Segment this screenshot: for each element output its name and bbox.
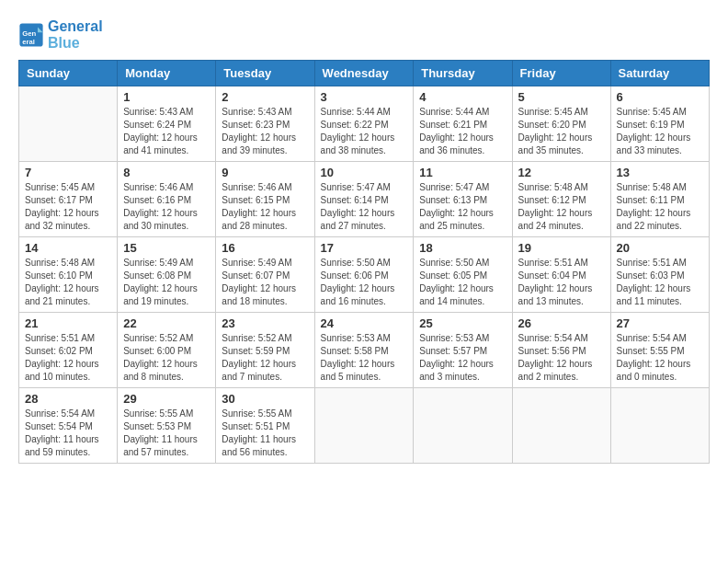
day-info: Sunrise: 5:48 AM Sunset: 6:11 PM Dayligh… (617, 181, 703, 233)
day-number: 26 (518, 316, 605, 330)
calendar-week-row: 7 Sunrise: 5:45 AM Sunset: 6:17 PM Dayli… (19, 162, 710, 237)
day-info: Sunrise: 5:53 AM Sunset: 5:58 PM Dayligh… (321, 332, 408, 384)
day-info: Sunrise: 5:44 AM Sunset: 6:21 PM Dayligh… (419, 106, 506, 157)
calendar-cell: 22 Sunrise: 5:52 AM Sunset: 6:00 PM Dayl… (118, 313, 216, 388)
day-info: Sunrise: 5:46 AM Sunset: 6:16 PM Dayligh… (123, 181, 210, 233)
day-number: 17 (321, 241, 408, 255)
day-number: 13 (617, 166, 703, 179)
calendar-cell: 18 Sunrise: 5:50 AM Sunset: 6:05 PM Dayl… (414, 237, 512, 313)
day-info: Sunrise: 5:45 AM Sunset: 6:19 PM Dayligh… (617, 106, 703, 157)
calendar-week-row: 28 Sunrise: 5:54 AM Sunset: 5:54 PM Dayl… (19, 388, 710, 464)
day-info: Sunrise: 5:43 AM Sunset: 6:24 PM Dayligh… (123, 106, 210, 157)
weekday-header-monday: Monday (118, 61, 216, 86)
day-info: Sunrise: 5:53 AM Sunset: 5:57 PM Dayligh… (419, 332, 506, 384)
day-info: Sunrise: 5:51 AM Sunset: 6:04 PM Dayligh… (518, 257, 605, 308)
day-number: 15 (123, 241, 210, 255)
day-info: Sunrise: 5:52 AM Sunset: 5:59 PM Dayligh… (222, 332, 308, 384)
calendar-cell: 21 Sunrise: 5:51 AM Sunset: 6:02 PM Dayl… (19, 313, 118, 388)
day-number: 9 (222, 166, 308, 179)
weekday-header-thursday: Thursday (414, 61, 512, 86)
calendar-cell: 5 Sunrise: 5:45 AM Sunset: 6:20 PM Dayli… (512, 86, 610, 162)
calendar-cell: 25 Sunrise: 5:53 AM Sunset: 5:57 PM Dayl… (414, 313, 512, 388)
calendar-cell: 30 Sunrise: 5:55 AM Sunset: 5:51 PM Dayl… (216, 388, 314, 464)
day-info: Sunrise: 5:44 AM Sunset: 6:22 PM Dayligh… (321, 106, 408, 157)
logo: Gen eral General Blue (18, 18, 103, 51)
day-info: Sunrise: 5:50 AM Sunset: 6:05 PM Dayligh… (419, 257, 506, 308)
calendar-cell: 13 Sunrise: 5:48 AM Sunset: 6:11 PM Dayl… (610, 162, 709, 237)
weekday-header-wednesday: Wednesday (314, 61, 414, 86)
calendar-cell: 7 Sunrise: 5:45 AM Sunset: 6:17 PM Dayli… (19, 162, 118, 237)
calendar-cell: 8 Sunrise: 5:46 AM Sunset: 6:16 PM Dayli… (118, 162, 216, 237)
weekday-header-sunday: Sunday (19, 61, 118, 86)
day-number: 24 (321, 316, 408, 330)
day-number: 19 (518, 241, 605, 255)
day-number: 1 (123, 90, 210, 104)
day-number: 22 (123, 316, 210, 330)
calendar-cell: 12 Sunrise: 5:48 AM Sunset: 6:12 PM Dayl… (512, 162, 610, 237)
calendar-cell: 4 Sunrise: 5:44 AM Sunset: 6:21 PM Dayli… (414, 86, 512, 162)
day-info: Sunrise: 5:49 AM Sunset: 6:08 PM Dayligh… (123, 257, 210, 308)
calendar-cell: 14 Sunrise: 5:48 AM Sunset: 6:10 PM Dayl… (19, 237, 118, 313)
logo-icon: Gen eral (18, 22, 44, 48)
calendar-cell: 9 Sunrise: 5:46 AM Sunset: 6:15 PM Dayli… (216, 162, 314, 237)
day-number: 7 (25, 166, 111, 179)
calendar-table: SundayMondayTuesdayWednesdayThursdayFrid… (18, 60, 710, 464)
calendar-cell (19, 86, 118, 162)
day-info: Sunrise: 5:54 AM Sunset: 5:56 PM Dayligh… (518, 332, 605, 384)
calendar-cell: 20 Sunrise: 5:51 AM Sunset: 6:03 PM Dayl… (610, 237, 709, 313)
calendar-cell: 2 Sunrise: 5:43 AM Sunset: 6:23 PM Dayli… (216, 86, 314, 162)
svg-text:Gen: Gen (22, 29, 36, 38)
page-header: Gen eral General Blue (18, 18, 710, 51)
calendar-cell: 23 Sunrise: 5:52 AM Sunset: 5:59 PM Dayl… (216, 313, 314, 388)
day-number: 30 (222, 392, 308, 406)
day-number: 18 (419, 241, 506, 255)
day-info: Sunrise: 5:46 AM Sunset: 6:15 PM Dayligh… (222, 181, 308, 233)
day-info: Sunrise: 5:55 AM Sunset: 5:51 PM Dayligh… (222, 408, 308, 459)
calendar-cell: 28 Sunrise: 5:54 AM Sunset: 5:54 PM Dayl… (19, 388, 118, 464)
day-info: Sunrise: 5:54 AM Sunset: 5:54 PM Dayligh… (25, 408, 111, 459)
calendar-cell: 24 Sunrise: 5:53 AM Sunset: 5:58 PM Dayl… (314, 313, 414, 388)
day-info: Sunrise: 5:45 AM Sunset: 6:17 PM Dayligh… (25, 181, 111, 233)
day-number: 5 (518, 90, 605, 104)
day-number: 12 (518, 166, 605, 179)
calendar-cell: 16 Sunrise: 5:49 AM Sunset: 6:07 PM Dayl… (216, 237, 314, 313)
calendar-cell: 1 Sunrise: 5:43 AM Sunset: 6:24 PM Dayli… (118, 86, 216, 162)
day-number: 16 (222, 241, 308, 255)
calendar-cell: 3 Sunrise: 5:44 AM Sunset: 6:22 PM Dayli… (314, 86, 414, 162)
logo-text: General Blue (48, 18, 103, 51)
day-number: 11 (419, 166, 506, 179)
day-number: 8 (123, 166, 210, 179)
calendar-cell: 26 Sunrise: 5:54 AM Sunset: 5:56 PM Dayl… (512, 313, 610, 388)
day-number: 3 (321, 90, 408, 104)
svg-text:eral: eral (22, 37, 35, 45)
day-info: Sunrise: 5:50 AM Sunset: 6:06 PM Dayligh… (321, 257, 408, 308)
day-number: 2 (222, 90, 308, 104)
day-number: 29 (123, 392, 210, 406)
calendar-cell: 10 Sunrise: 5:47 AM Sunset: 6:14 PM Dayl… (314, 162, 414, 237)
calendar-cell: 17 Sunrise: 5:50 AM Sunset: 6:06 PM Dayl… (314, 237, 414, 313)
weekday-header-friday: Friday (512, 61, 610, 86)
day-info: Sunrise: 5:48 AM Sunset: 6:12 PM Dayligh… (518, 181, 605, 233)
calendar-cell (314, 388, 414, 464)
calendar-week-row: 14 Sunrise: 5:48 AM Sunset: 6:10 PM Dayl… (19, 237, 710, 313)
day-number: 4 (419, 90, 506, 104)
day-number: 27 (617, 316, 703, 330)
day-number: 21 (25, 316, 111, 330)
calendar-cell: 19 Sunrise: 5:51 AM Sunset: 6:04 PM Dayl… (512, 237, 610, 313)
calendar-cell: 6 Sunrise: 5:45 AM Sunset: 6:19 PM Dayli… (610, 86, 709, 162)
calendar-cell (610, 388, 709, 464)
day-info: Sunrise: 5:55 AM Sunset: 5:53 PM Dayligh… (123, 408, 210, 459)
weekday-header-saturday: Saturday (610, 61, 709, 86)
calendar-week-row: 1 Sunrise: 5:43 AM Sunset: 6:24 PM Dayli… (19, 86, 710, 162)
calendar-cell: 27 Sunrise: 5:54 AM Sunset: 5:55 PM Dayl… (610, 313, 709, 388)
day-info: Sunrise: 5:45 AM Sunset: 6:20 PM Dayligh… (518, 106, 605, 157)
day-info: Sunrise: 5:51 AM Sunset: 6:03 PM Dayligh… (617, 257, 703, 308)
calendar-cell: 11 Sunrise: 5:47 AM Sunset: 6:13 PM Dayl… (414, 162, 512, 237)
day-number: 28 (25, 392, 111, 406)
weekday-header-tuesday: Tuesday (216, 61, 314, 86)
day-info: Sunrise: 5:54 AM Sunset: 5:55 PM Dayligh… (617, 332, 703, 384)
day-number: 20 (617, 241, 703, 255)
day-number: 10 (321, 166, 408, 179)
day-info: Sunrise: 5:49 AM Sunset: 6:07 PM Dayligh… (222, 257, 308, 308)
day-info: Sunrise: 5:48 AM Sunset: 6:10 PM Dayligh… (25, 257, 111, 308)
